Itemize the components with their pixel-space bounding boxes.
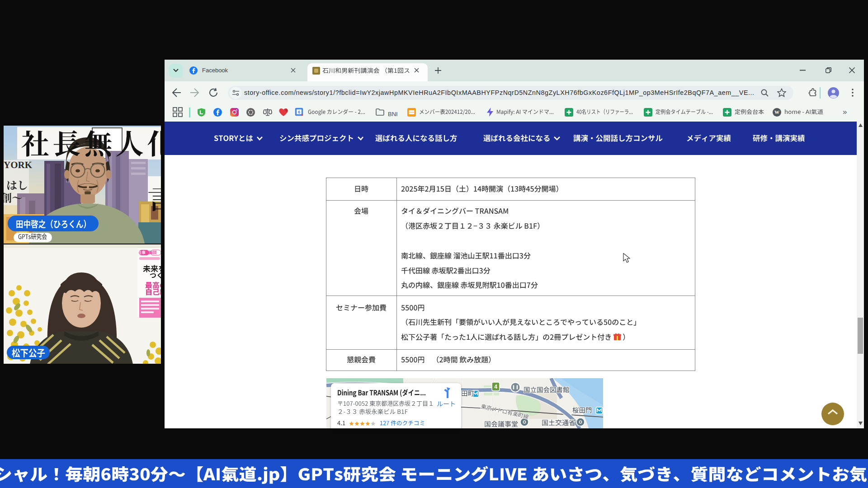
svg-text:6: 6: [298, 110, 300, 114]
svg-text:W: W: [774, 109, 779, 115]
svg-text:4: 4: [494, 384, 497, 390]
